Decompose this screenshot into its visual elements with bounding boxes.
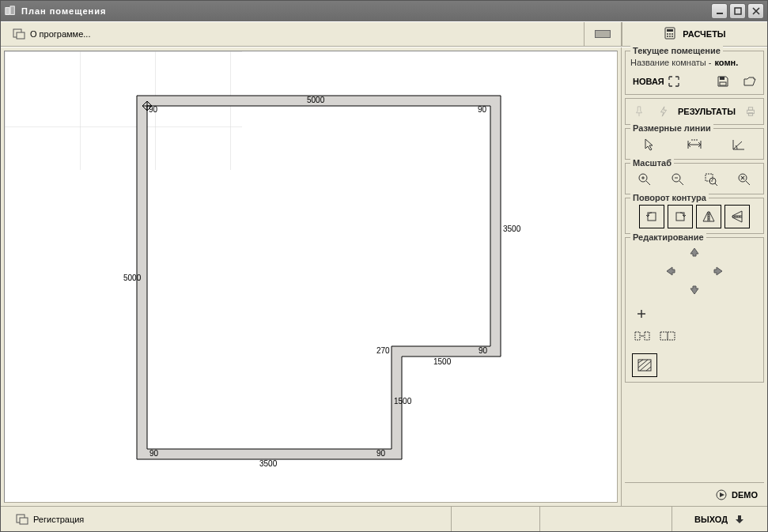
app-icon [4,5,17,17]
angle-mr: 90 [479,346,488,355]
register-icon [16,513,28,526]
zoom-fit-button[interactable] [734,170,755,189]
rotate-cw-icon [673,209,687,224]
arrow-left-icon [665,266,676,277]
rotate-cw-button[interactable] [668,205,693,228]
mirror-v-button[interactable] [724,205,750,228]
status-seg-2 [540,507,672,531]
side-filler [625,386,764,479]
room-name-label: Название комнаты - [630,58,711,67]
registration-button[interactable]: Регистрация [10,511,89,528]
print-icon [745,106,756,117]
dim-cut-h: 1500 [433,357,452,366]
nudge-left-button[interactable] [659,262,683,281]
group-rotate: Поворот контура [625,198,764,234]
rotate-ccw-button[interactable] [639,205,664,228]
demo-button[interactable]: DEMO [625,482,764,506]
svg-point-9 [669,33,671,35]
angle-bm: 90 [376,449,386,458]
svg-point-13 [672,36,673,37]
rotate-ccw-icon [645,209,659,224]
window-buttons [711,3,764,19]
group-dim-lines: Размерные линии [625,128,764,160]
svg-rect-0 [6,8,9,15]
group-scale: Масштаб [625,163,764,194]
nudge-right-button[interactable] [706,262,730,281]
about-icon [13,28,25,40]
join-icon [660,329,675,343]
break-wall-button[interactable] [632,326,653,345]
svg-rect-2 [717,13,723,14]
dim-cursor-button[interactable] [640,135,660,154]
legend-scale: Масштаб [630,158,674,168]
about-button[interactable]: О программе... [1,22,102,46]
svg-point-8 [667,33,668,35]
mode-swatch [595,30,611,38]
zoom-in-icon [638,173,651,186]
results-label: РЕЗУЛЬТАТЫ [678,107,736,116]
maximize-button[interactable] [729,3,746,19]
add-point-button[interactable] [634,304,649,323]
legend-current-room: Текущее помещение [630,46,723,55]
group-current-room: Текущее помещение Название комнаты - ком… [625,51,764,95]
mode-toggle[interactable] [584,22,622,46]
status-seg-1 [452,507,540,531]
angle-bl: 90 [149,449,159,458]
dim-angle-button[interactable] [728,135,749,154]
statusbar: Регистрация ВЫХОД [1,506,767,531]
toolbar-spacer [102,22,584,46]
close-button[interactable] [747,3,764,19]
nudge-up-button[interactable] [683,243,706,262]
svg-rect-30 [20,518,28,524]
svg-rect-1 [10,6,14,15]
legend-edit: Редактирование [630,232,706,242]
svg-rect-3 [735,8,741,14]
drawing-canvas[interactable]: 90 90 90 270 90 90 5000 5000 3500 1500 1… [4,51,618,503]
print-button [740,102,760,121]
minimize-button[interactable] [711,3,728,19]
arrow-right-icon [713,266,724,277]
join-wall-button[interactable] [657,326,678,345]
zoom-out-button[interactable] [668,170,688,189]
arrow-down-icon [689,285,700,296]
svg-rect-16 [720,82,726,85]
nudge-down-button[interactable] [683,281,706,300]
pin-icon [634,106,645,117]
dim-horizontal-button[interactable] [684,135,705,154]
mirror-h-button[interactable] [696,205,721,228]
cursor-icon [643,138,657,152]
svg-point-10 [672,33,673,35]
about-label: О программе... [30,29,90,39]
zoom-out-icon [672,173,684,186]
zoom-fit-icon [738,173,751,186]
app-window: План помещения О программе... РАСЧЕТЫ [0,0,768,532]
angle-notch: 270 [376,346,390,355]
mirror-v-icon [730,209,744,224]
room-name-value: комн. [714,58,738,67]
calculator-icon [664,27,676,41]
exit-button[interactable]: ВЫХОД [672,507,767,531]
canvas-area: 90 90 90 270 90 90 5000 5000 3500 1500 1… [1,47,622,506]
calculate-label: РАСЧЕТЫ [683,29,725,39]
titlebar[interactable]: План помещения [1,1,767,21]
open-room-button[interactable] [740,72,760,91]
new-room-button[interactable]: НОВАЯ [629,72,684,91]
body: 90 90 90 270 90 90 5000 5000 3500 1500 1… [1,47,767,506]
break-icon [634,329,650,343]
angle-tr: 90 [478,105,487,114]
svg-point-11 [667,36,668,37]
save-room-button[interactable] [713,72,733,91]
svg-rect-18 [748,108,752,111]
svg-point-12 [669,36,671,37]
save-icon [717,75,729,88]
bolt-button [653,102,673,121]
zoom-window-button[interactable] [701,170,721,189]
plus-icon [637,309,646,319]
calculate-button[interactable]: РАСЧЕТЫ [622,22,767,46]
open-icon [743,75,756,88]
hatch-button[interactable] [632,353,657,377]
mirror-h-icon [702,209,716,224]
svg-rect-5 [17,32,25,39]
zoom-in-button[interactable] [634,170,655,189]
bolt-icon [658,106,669,117]
